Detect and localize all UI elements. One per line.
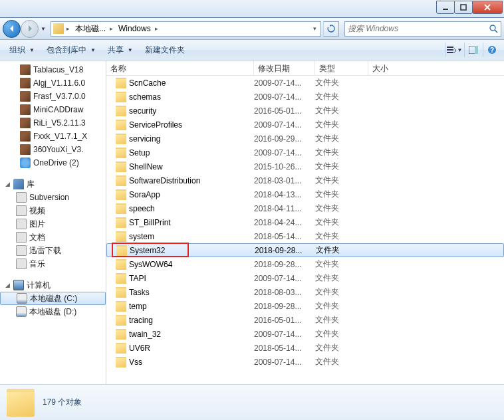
file-row[interactable]: temp2018-09-28...文件夹 xyxy=(106,299,504,313)
folder-icon xyxy=(116,92,126,102)
recent-history-dropdown[interactable]: ▼ xyxy=(39,26,48,32)
collapse-icon[interactable]: ◢ xyxy=(4,181,11,187)
nav-item[interactable]: 音乐 xyxy=(0,257,106,270)
address-bar[interactable]: ▸ 本地磁... ▸ Windows ▸ ▾ xyxy=(51,21,321,37)
column-date[interactable]: 修改日期 xyxy=(254,60,315,75)
view-options-button[interactable]: ▼ xyxy=(445,43,463,57)
chevron-right-icon[interactable]: ▸ xyxy=(108,25,114,32)
share-button[interactable]: 共享▼ xyxy=(102,42,138,58)
nav-libraries[interactable]: ◢库 xyxy=(0,177,106,191)
search-icon[interactable] xyxy=(486,25,501,33)
navigation-pane[interactable]: Tablacus_V18Algj_V1.11.6.0Frasf_V3.7.0.0… xyxy=(0,60,106,384)
chevron-right-icon[interactable]: ▸ xyxy=(65,25,71,32)
file-row[interactable]: schemas2009-07-14...文件夹 xyxy=(106,90,504,104)
file-type: 文件夹 xyxy=(315,147,368,158)
nav-item[interactable]: RiLi_V5.2.11.3 xyxy=(0,116,106,130)
file-type: 文件夹 xyxy=(315,259,368,270)
file-row[interactable]: System322018-09-28...文件夹 xyxy=(106,243,504,257)
breadcrumb-item[interactable]: Windows xyxy=(114,22,154,36)
explorer-body: Tablacus_V18Algj_V1.11.6.0Frasf_V3.7.0.0… xyxy=(0,60,504,384)
file-type: 文件夹 xyxy=(316,245,369,256)
file-row[interactable]: security2016-05-01...文件夹 xyxy=(106,104,504,118)
column-size[interactable]: 大小 xyxy=(368,60,422,75)
file-name: System32 xyxy=(130,246,255,255)
file-row[interactable]: Setup2009-07-14...文件夹 xyxy=(106,146,504,159)
nav-item[interactable]: Frasf_V3.7.0.0 xyxy=(0,90,106,103)
file-row[interactable]: ScnCache2009-07-14...文件夹 xyxy=(106,76,504,90)
forward-button[interactable] xyxy=(21,20,39,38)
computer-icon xyxy=(13,280,24,290)
file-row[interactable]: servicing2016-09-29...文件夹 xyxy=(106,132,504,146)
folder-icon xyxy=(116,287,126,298)
nav-item[interactable]: Subversion xyxy=(0,191,106,204)
nav-item[interactable]: 迅雷下载 xyxy=(0,244,106,257)
nav-computer[interactable]: ◢计算机 xyxy=(0,278,106,292)
close-button[interactable] xyxy=(472,1,503,14)
nav-item[interactable]: 360YouXi_V3. xyxy=(0,143,106,156)
collapse-icon[interactable]: ◢ xyxy=(4,282,11,288)
refresh-button[interactable] xyxy=(323,21,339,37)
nav-item[interactable]: 文档 xyxy=(0,231,106,244)
file-row[interactable]: Vss2009-07-14...文件夹 xyxy=(106,355,504,369)
nav-item-icon xyxy=(16,259,27,269)
svg-rect-4 xyxy=(447,49,453,51)
nav-item[interactable]: MiniCADDraw xyxy=(0,103,106,116)
search-input[interactable] xyxy=(345,24,486,33)
nav-item[interactable]: 本地磁盘 (C:) xyxy=(0,292,106,305)
preview-pane-button[interactable] xyxy=(464,43,481,57)
file-row[interactable]: SoraApp2018-04-13...文件夹 xyxy=(106,187,504,201)
file-name: schemas xyxy=(129,92,254,102)
file-row[interactable]: tracing2016-05-01...文件夹 xyxy=(106,313,504,327)
new-folder-button[interactable]: 新建文件夹 xyxy=(140,42,190,58)
nav-item[interactable]: Fxxk_V1.7.1_X xyxy=(0,130,106,143)
file-date: 2018-09-28... xyxy=(255,246,316,255)
file-date: 2018-08-03... xyxy=(254,288,315,297)
file-list-pane: 名称 修改日期 类型 大小 ScnCache2009-07-14...文件夹sc… xyxy=(106,60,504,384)
nav-item[interactable]: Tablacus_V18 xyxy=(0,63,106,76)
file-row[interactable]: system2018-05-14...文件夹 xyxy=(106,229,504,243)
breadcrumb-label: 本地磁... xyxy=(75,23,106,35)
nav-item-icon xyxy=(17,293,27,304)
file-row[interactable]: ST_BillPrint2018-04-24...文件夹 xyxy=(106,215,504,229)
address-dropdown-icon[interactable]: ▾ xyxy=(309,25,320,32)
search-box[interactable] xyxy=(344,21,501,37)
file-row[interactable]: SysWOW642018-09-28...文件夹 xyxy=(106,257,504,271)
file-name: ShellNew xyxy=(129,162,254,171)
maximize-button[interactable] xyxy=(454,1,473,14)
file-row[interactable]: speech2018-04-11...文件夹 xyxy=(106,201,504,215)
organize-button[interactable]: 组织▼ xyxy=(4,42,40,58)
back-button[interactable] xyxy=(3,20,21,38)
file-row[interactable]: UV6R2018-05-14...文件夹 xyxy=(106,341,504,355)
file-row[interactable]: twain_322009-07-14...文件夹 xyxy=(106,327,504,341)
folder-icon xyxy=(116,120,126,130)
file-date: 2018-09-28... xyxy=(254,260,315,269)
nav-item[interactable]: 图片 xyxy=(0,217,106,231)
nav-item[interactable]: 视频 xyxy=(0,204,106,217)
navigation-bar: ▼ ▸ 本地磁... ▸ Windows ▸ ▾ xyxy=(0,18,504,40)
folder-icon xyxy=(116,357,126,368)
column-name[interactable]: 名称 xyxy=(106,60,254,75)
nav-item-label: 360YouXi_V3. xyxy=(33,145,84,154)
nav-item-label: OneDrive (2) xyxy=(33,158,79,167)
minimize-button[interactable] xyxy=(436,1,455,14)
chevron-right-icon[interactable]: ▸ xyxy=(154,25,160,32)
folder-icon xyxy=(116,245,127,256)
nav-item[interactable]: 本地磁盘 (D:) xyxy=(0,305,106,318)
breadcrumb-item[interactable]: 本地磁... xyxy=(71,22,108,36)
file-row[interactable]: SoftwareDistribution2018-03-01...文件夹 xyxy=(106,173,504,187)
column-type[interactable]: 类型 xyxy=(315,60,368,75)
file-rows[interactable]: ScnCache2009-07-14...文件夹schemas2009-07-1… xyxy=(106,76,504,384)
file-row[interactable]: TAPI2009-07-14...文件夹 xyxy=(106,271,504,285)
file-date: 2009-07-14... xyxy=(254,120,315,130)
file-name: speech xyxy=(129,204,254,213)
help-button[interactable]: ? xyxy=(483,43,500,57)
file-row[interactable]: Tasks2018-08-03...文件夹 xyxy=(106,285,504,299)
nav-item-icon xyxy=(16,306,27,317)
window-controls xyxy=(437,1,503,14)
file-type: 文件夹 xyxy=(315,105,368,116)
nav-item[interactable]: OneDrive (2) xyxy=(0,156,106,169)
nav-item[interactable]: Algj_V1.11.6.0 xyxy=(0,76,106,90)
file-row[interactable]: ServiceProfiles2009-07-14...文件夹 xyxy=(106,118,504,132)
include-in-library-button[interactable]: 包含到库中▼ xyxy=(41,42,101,58)
file-row[interactable]: ShellNew2015-10-26...文件夹 xyxy=(106,159,504,173)
